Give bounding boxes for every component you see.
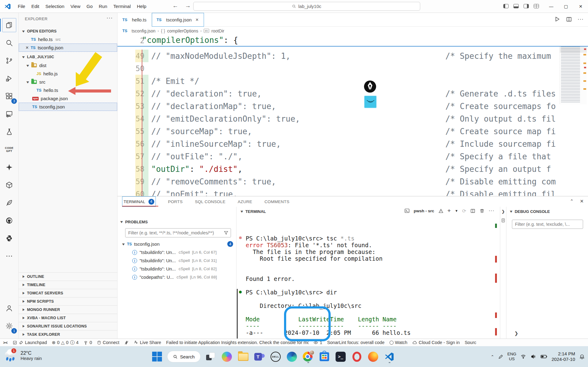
breadcrumb[interactable]: TS tsconfig.json › { } compilerOptions ›… — [117, 27, 588, 35]
taskbar-app-teams[interactable]: T — [253, 350, 266, 364]
taskbar-app-file-explorer[interactable] — [237, 350, 249, 364]
terminal-title[interactable]: TERMINAL — [245, 209, 266, 214]
split-terminal-icon[interactable] — [470, 208, 475, 214]
run-file-icon[interactable] — [554, 16, 560, 22]
activity-explorer[interactable] — [2, 18, 16, 32]
sidebar-section-mongo-runner[interactable]: ▼MONGO RUNNER — [19, 305, 117, 314]
taskbar-app-opera[interactable] — [351, 350, 363, 364]
sidebar-section-sonarlint-issue-locations[interactable]: ▼SONARLINT ISSUE LOCATIONS — [19, 322, 117, 330]
problems-title[interactable]: PROBLEMS — [125, 220, 148, 224]
status-message[interactable]: Failed to initiate Application Insights … — [166, 340, 309, 345]
sidebar-section-tomcat-servers[interactable]: ▼TOMCAT SERVERS — [19, 289, 117, 297]
filter-funnel-icon[interactable] — [224, 230, 229, 235]
tree-file-tsconfig.json[interactable]: TStsconfig.json — [19, 103, 117, 111]
clock[interactable]: 2:14 PM 2024-07-10 — [551, 351, 575, 362]
taskbar-app-vscode[interactable] — [383, 350, 396, 364]
tree-file-hello.js[interactable]: JShello.js — [19, 70, 117, 78]
launchpad-item[interactable]: Launchpad — [13, 340, 47, 345]
taskbar-app-chrome[interactable] — [302, 350, 314, 364]
panel-tab-azure[interactable]: AZURE — [238, 196, 252, 207]
battery-icon[interactable] — [540, 354, 548, 359]
menu-file[interactable]: File — [15, 4, 28, 9]
menu-view[interactable]: View — [67, 4, 83, 9]
problem-item[interactable]: i"tsbuildinfo": Un...cSpell[Ln 8, Col 82… — [117, 265, 236, 273]
start-button[interactable] — [151, 350, 163, 364]
breadcrumb-leaf[interactable]: rootDir — [211, 28, 224, 33]
code-line-50[interactable]: 50 — [117, 62, 588, 75]
sonarlint-focus[interactable]: SonarLint focus: overall code — [327, 340, 385, 345]
close-button[interactable]: ✕ — [573, 0, 588, 13]
tray-chevron-up-icon[interactable]: ⌃ — [491, 354, 494, 359]
chevron-right-icon[interactable]: ❯ — [502, 209, 505, 214]
language-indicator[interactable]: ENG US — [507, 352, 516, 361]
close-icon[interactable]: ✕ — [195, 17, 199, 22]
notebook-icon[interactable] — [501, 218, 505, 223]
activity-source-control[interactable] — [2, 54, 16, 68]
activity-sparkle[interactable] — [2, 160, 16, 174]
taskbar-app-edge[interactable] — [286, 350, 298, 364]
open-editor-tsconfig.json[interactable]: ✕TStsconfig.json — [19, 44, 117, 52]
code-line-59[interactable]: 59// "removeComments": true,/* Disable e… — [117, 175, 588, 188]
problems-file-row[interactable]: ▼TStsconfig.json4 — [117, 240, 236, 248]
problem-item[interactable]: i"tsbuildinfo": Un...cSpell[Ln 8, Col 31… — [117, 256, 236, 265]
connect-item[interactable]: Connect — [97, 340, 119, 345]
problem-item[interactable]: i"codepaths": U...cSpell[Ln 96, Col 88] — [117, 273, 236, 281]
activity-code-gpt[interactable]: CODEGPT — [2, 142, 16, 157]
code-line-49[interactable]: 49// "maxNodeModuleJsDepth": 1,/* Specif… — [117, 50, 588, 62]
broadcast-item[interactable]: 0 — [83, 340, 92, 345]
sticky-scroll-line[interactable]: 2"compilerOptions": { — [117, 35, 588, 47]
maximize-button[interactable]: ▢ — [559, 0, 573, 13]
code-line-56[interactable]: 56// "inlineSourceMap": true,/* Include … — [117, 138, 588, 150]
breadcrumb-file[interactable]: tsconfig.json — [132, 28, 156, 33]
menu-help[interactable]: Help — [134, 4, 149, 9]
live-share-item[interactable]: Live Share — [134, 340, 161, 345]
menu-selection[interactable]: Selection — [42, 4, 67, 9]
chevron-right-icon[interactable]: ❯ — [514, 331, 518, 336]
remote-indicator-icon[interactable]: >< — [3, 340, 8, 345]
tab-tsconfig.json[interactable]: TStsconfig.json✕ — [152, 13, 204, 27]
notification-bell-icon[interactable] — [579, 354, 585, 360]
pen-tool-icon[interactable] — [363, 80, 377, 93]
code-line-52[interactable]: 52// "declaration": true,/* Generate .d.… — [117, 87, 588, 100]
workspace-root[interactable]: ▼ LAB_JULY10C — [19, 53, 117, 61]
breadcrumb-section[interactable]: compilerOptions — [167, 28, 198, 33]
split-editor-icon[interactable] — [566, 16, 572, 22]
debug-filter-input[interactable] — [512, 220, 583, 229]
sidebar-section-task-explorer[interactable]: ▼TASK EXPLORER — [19, 330, 117, 339]
code-line-57[interactable]: 57// "outFile": "./",/* Specify a file t… — [117, 150, 588, 163]
activity-account[interactable] — [2, 301, 16, 315]
taskbar-app-store[interactable] — [318, 350, 331, 364]
weather-widget[interactable]: 1 22°C Heavy rain — [4, 349, 42, 363]
customize-layout-icon[interactable] — [534, 4, 539, 8]
minimize-button[interactable]: — — [544, 0, 559, 13]
activity-remote-explorer[interactable] — [2, 107, 16, 121]
bolt-item[interactable] — [124, 340, 129, 345]
tree-file-hello.ts[interactable]: TShello.ts — [19, 86, 117, 94]
debug-console-title[interactable]: DEBUG CONSOLE — [515, 209, 550, 214]
panel-tab-comments[interactable]: COMMENTS — [264, 196, 289, 207]
problems-filter-input[interactable] — [125, 228, 231, 237]
taskbar-app-firefox[interactable] — [367, 350, 379, 364]
panel-maximize-icon[interactable]: ⌃ — [570, 199, 574, 204]
new-terminal-icon[interactable]: + — [448, 207, 451, 214]
panel-tab-sql-console[interactable]: SQL CONSOLE — [195, 196, 225, 207]
taskbar-app-copilot[interactable] — [221, 350, 233, 364]
activity-python[interactable] — [2, 231, 16, 245]
activity-run-debug[interactable] — [2, 71, 16, 85]
activity-package-box[interactable] — [2, 178, 16, 192]
tree-folder-dist[interactable]: ▼dist — [19, 61, 117, 70]
toggle-sidebar-icon[interactable] — [503, 4, 509, 8]
activity-more[interactable] — [2, 249, 16, 263]
panel-close-icon[interactable]: ✕ — [580, 199, 584, 204]
editor-more-actions-icon[interactable]: ··· — [578, 16, 584, 22]
warning-icon[interactable] — [438, 208, 444, 214]
activity-search[interactable] — [2, 36, 16, 50]
code-line-58[interactable]: 58"outDir": "./dist",/* Specify an outpu… — [117, 163, 588, 175]
terminal-more-actions-icon[interactable]: ··· — [489, 208, 494, 214]
panel-tab-terminal[interactable]: TERMINAL4 — [122, 196, 156, 207]
pen-icon[interactable] — [498, 354, 503, 359]
smile-tool-icon[interactable] — [364, 95, 377, 108]
tree-file-package.json[interactable]: npmpackage.json — [19, 94, 117, 103]
forward-arrow-icon[interactable]: → — [185, 2, 191, 9]
explorer-more-actions-icon[interactable]: ··· — [106, 15, 113, 21]
